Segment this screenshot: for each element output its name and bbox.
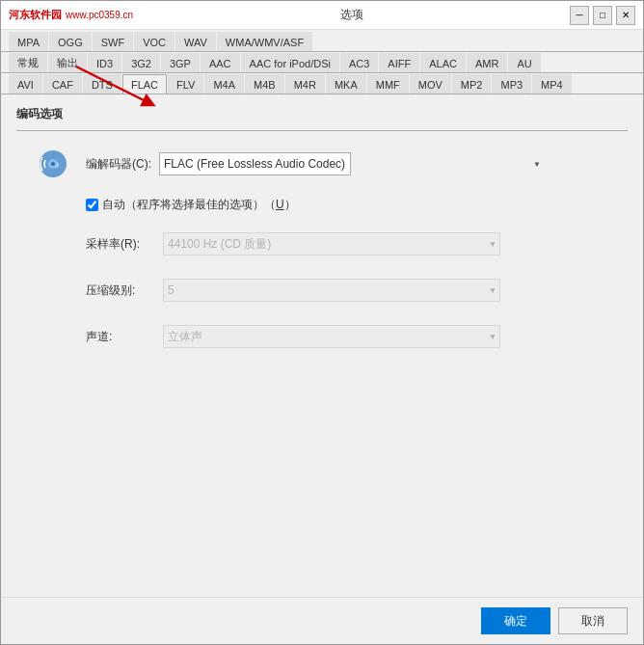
tab-3gp[interactable]: 3GP: [161, 53, 200, 72]
sample-rate-row: 采样率(R): 44100 Hz (CD 质量): [86, 232, 628, 255]
sample-rate-select-wrapper: 44100 Hz (CD 质量): [163, 232, 500, 255]
tab-output[interactable]: 输出: [48, 53, 87, 72]
channel-select-wrapper: 立体声: [163, 325, 500, 348]
compression-select-wrapper: 5: [163, 279, 500, 302]
ok-button[interactable]: 确定: [481, 607, 550, 634]
codec-row: ♪ 编解码器(C): FLAC (Free Lossless Audio Cod…: [36, 147, 628, 181]
auto-checkbox-row: 自动（程序将选择最佳的选项）（U）: [86, 197, 628, 213]
section-separator: [16, 130, 628, 131]
tab-flac[interactable]: FLAC: [122, 74, 167, 94]
tab-dts[interactable]: DTS: [83, 74, 121, 94]
tab-aac[interactable]: AAC: [201, 53, 240, 72]
tab-caf[interactable]: CAF: [43, 74, 82, 94]
options-window: 河东软件园 www.pc0359.cn 选项 ─ □ ✕ MPA OGG SWF…: [0, 0, 644, 645]
channel-label: 声道:: [86, 329, 163, 345]
tab-m4r[interactable]: M4R: [285, 74, 325, 94]
compression-select: 5: [163, 279, 500, 302]
close-button[interactable]: ✕: [616, 6, 635, 25]
tab-3g2[interactable]: 3G2: [122, 53, 160, 72]
channel-row: 声道: 立体声: [86, 325, 628, 348]
codec-select-wrapper[interactable]: FLAC (Free Lossless Audio Codec): [159, 152, 545, 175]
tab-wma[interactable]: WMA/WMV/ASF: [217, 32, 312, 51]
cancel-button[interactable]: 取消: [558, 607, 628, 634]
tab-mpa[interactable]: MPA: [9, 32, 48, 51]
tab-m4b[interactable]: M4B: [245, 74, 284, 94]
tab-mov[interactable]: MOV: [410, 74, 451, 94]
auto-checkbox[interactable]: [86, 199, 98, 211]
tab-flv[interactable]: FLV: [168, 74, 203, 94]
tab-row-1: MPA OGG SWF VOC WAV WMA/WMV/ASF: [1, 30, 643, 52]
tab-amr[interactable]: AMR: [467, 53, 507, 72]
compression-row: 压缩级别: 5: [86, 279, 628, 302]
sample-rate-select: 44100 Hz (CD 质量): [163, 232, 500, 255]
svg-text:♪: ♪: [55, 159, 60, 170]
title-bar-left: 河东软件园 www.pc0359.cn: [9, 8, 133, 22]
tab-au[interactable]: AU: [508, 53, 540, 72]
tab-aiff[interactable]: AIFF: [379, 53, 419, 72]
tab-row-3: AVI CAF DTS FLAC FLV M4A M4B M4R MKA MMF…: [1, 73, 643, 94]
tab-aac-ipod[interactable]: AAC for iPod/DSi: [241, 53, 339, 72]
tab-ac3[interactable]: AC3: [340, 53, 378, 72]
compression-label: 压缩级别:: [86, 282, 163, 299]
window-title: 选项: [340, 7, 363, 23]
bottom-bar: 确定 取消: [1, 597, 643, 644]
auto-checkbox-label[interactable]: 自动（程序将选择最佳的选项）（U）: [102, 197, 296, 213]
tab-mp4[interactable]: MP4: [532, 74, 572, 94]
codec-label: 编解码器(C):: [86, 156, 151, 173]
maximize-button[interactable]: □: [593, 6, 612, 25]
tab-m4a[interactable]: M4A: [204, 74, 244, 94]
tab-mmf[interactable]: MMF: [367, 74, 409, 94]
main-content: 编码选项 ♪ 编解码器(C):: [1, 94, 643, 597]
tab-mp3[interactable]: MP3: [492, 74, 531, 94]
tab-voc[interactable]: VOC: [134, 32, 174, 51]
codec-select[interactable]: FLAC (Free Lossless Audio Codec): [159, 152, 351, 175]
tab-alac[interactable]: ALAC: [420, 53, 466, 72]
tab-swf[interactable]: SWF: [93, 32, 133, 51]
tab-avi[interactable]: AVI: [9, 74, 42, 94]
audio-icon: ♪: [36, 147, 70, 181]
tab-wav[interactable]: WAV: [175, 32, 216, 51]
tab-ogg[interactable]: OGG: [49, 32, 92, 51]
watermark-brand: 河东软件园: [9, 8, 62, 22]
title-controls: ─ □ ✕: [570, 6, 635, 25]
title-bar: 河东软件园 www.pc0359.cn 选项 ─ □ ✕: [1, 1, 643, 30]
channel-select: 立体声: [163, 325, 500, 348]
minimize-button[interactable]: ─: [570, 6, 589, 25]
watermark-site: www.pc0359.cn: [66, 10, 133, 20]
tab-id3[interactable]: ID3: [88, 53, 121, 72]
tab-mp2[interactable]: MP2: [452, 74, 492, 94]
sample-rate-label: 采样率(R):: [86, 236, 163, 253]
tab-mka[interactable]: MKA: [326, 74, 366, 94]
tab-normal[interactable]: 常规: [9, 53, 47, 72]
tab-row-2: 常规 输出 ID3 3G2 3GP AAC AAC for iPod/DSi A…: [1, 52, 643, 73]
section-title: 编码选项: [16, 106, 628, 122]
